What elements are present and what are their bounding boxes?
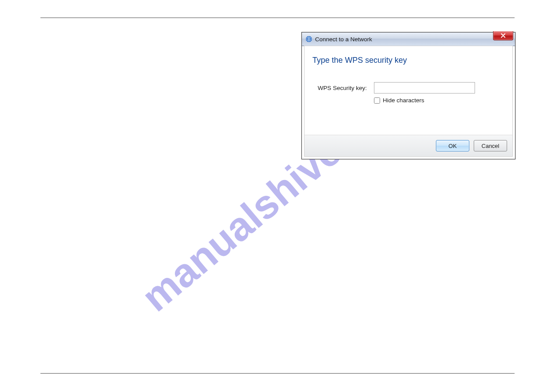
dialog-footer: OK Cancel (305, 135, 512, 156)
cancel-button[interactable]: Cancel (474, 140, 507, 151)
page-rule-bottom (40, 373, 515, 374)
security-key-label: WPS Security key: (318, 85, 367, 91)
hide-characters-row: Hide characters (374, 97, 424, 104)
close-button[interactable] (493, 31, 513, 40)
dialog-title: Connect to a Network (315, 36, 372, 43)
ok-button[interactable]: OK (436, 140, 469, 151)
dialog-heading: Type the WPS security key (312, 56, 407, 65)
security-key-input[interactable] (374, 82, 475, 94)
dialog-titlebar[interactable]: Connect to a Network (302, 32, 515, 46)
page-rule-top (40, 18, 515, 18)
dialog-body: Type the WPS security key WPS Security k… (304, 46, 513, 157)
hide-characters-checkbox[interactable] (374, 97, 380, 104)
connect-network-dialog: Connect to a Network Type the WPS securi… (301, 32, 515, 159)
close-icon (501, 33, 506, 38)
hide-characters-label[interactable]: Hide characters (383, 97, 424, 104)
network-icon (305, 36, 312, 43)
